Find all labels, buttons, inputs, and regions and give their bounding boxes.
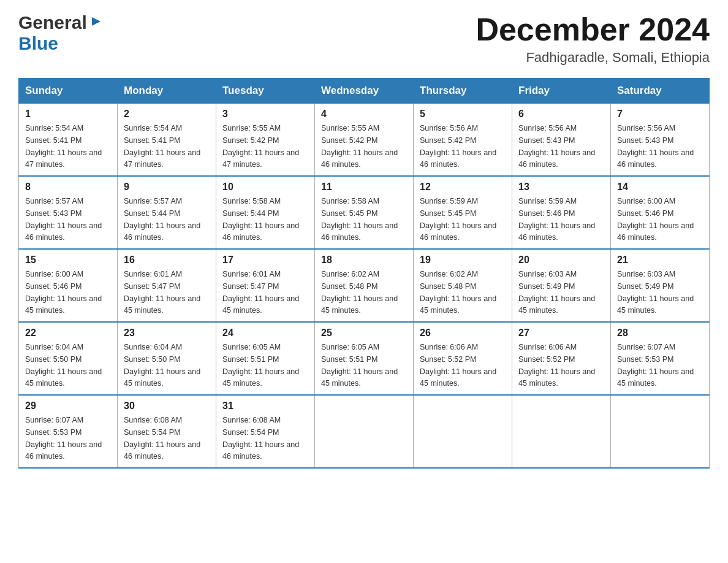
day-number: 23 — [124, 327, 210, 339]
day-number: 5 — [420, 109, 506, 120]
table-row: 5 Sunrise: 5:56 AMSunset: 5:42 PMDayligh… — [414, 104, 512, 177]
table-row: 11 Sunrise: 5:58 AMSunset: 5:45 PMDaylig… — [315, 176, 414, 249]
table-row: 31 Sunrise: 6:08 AMSunset: 5:54 PMDaylig… — [216, 395, 315, 468]
table-row — [414, 395, 512, 468]
day-number: 17 — [222, 255, 308, 266]
day-info: Sunrise: 6:07 AMSunset: 5:53 PMDaylight:… — [617, 343, 694, 388]
col-thursday: Thursday — [414, 79, 512, 104]
day-info: Sunrise: 6:02 AMSunset: 5:48 PMDaylight:… — [321, 270, 398, 315]
logo-arrow-icon — [88, 15, 102, 31]
table-row: 29 Sunrise: 6:07 AMSunset: 5:53 PMDaylig… — [19, 395, 118, 468]
table-row: 10 Sunrise: 5:58 AMSunset: 5:44 PMDaylig… — [216, 176, 315, 249]
table-row — [512, 395, 611, 468]
day-number: 11 — [321, 182, 407, 193]
table-row: 12 Sunrise: 5:59 AMSunset: 5:45 PMDaylig… — [414, 176, 512, 249]
day-info: Sunrise: 6:03 AMSunset: 5:49 PMDaylight:… — [617, 270, 694, 315]
day-info: Sunrise: 5:58 AMSunset: 5:44 PMDaylight:… — [222, 197, 299, 242]
table-row: 7 Sunrise: 5:56 AMSunset: 5:43 PMDayligh… — [611, 104, 710, 177]
day-number: 14 — [617, 182, 703, 193]
day-info: Sunrise: 5:57 AMSunset: 5:43 PMDaylight:… — [25, 197, 102, 242]
table-row: 24 Sunrise: 6:05 AMSunset: 5:51 PMDaylig… — [216, 322, 315, 395]
table-row: 6 Sunrise: 5:56 AMSunset: 5:43 PMDayligh… — [512, 104, 611, 177]
table-row: 20 Sunrise: 6:03 AMSunset: 5:49 PMDaylig… — [512, 249, 611, 322]
table-row: 13 Sunrise: 5:59 AMSunset: 5:46 PMDaylig… — [512, 176, 611, 249]
day-number: 9 — [124, 182, 210, 193]
col-wednesday: Wednesday — [315, 79, 414, 104]
logo-blue-text: Blue — [18, 33, 58, 54]
table-row: 16 Sunrise: 6:01 AMSunset: 5:47 PMDaylig… — [118, 249, 216, 322]
day-number: 24 — [222, 327, 308, 339]
table-row — [611, 395, 710, 468]
day-number: 3 — [222, 109, 308, 120]
day-number: 1 — [25, 109, 111, 120]
day-info: Sunrise: 5:54 AMSunset: 5:41 PMDaylight:… — [124, 124, 200, 169]
table-row: 19 Sunrise: 6:02 AMSunset: 5:48 PMDaylig… — [414, 249, 512, 322]
month-title: December 2024 — [476, 12, 710, 47]
day-number: 7 — [617, 109, 703, 120]
col-saturday: Saturday — [611, 79, 710, 104]
day-info: Sunrise: 6:02 AMSunset: 5:48 PMDaylight:… — [420, 270, 496, 315]
day-number: 22 — [25, 327, 111, 339]
table-row: 25 Sunrise: 6:05 AMSunset: 5:51 PMDaylig… — [315, 322, 414, 395]
table-row: 18 Sunrise: 6:02 AMSunset: 5:48 PMDaylig… — [315, 249, 414, 322]
day-info: Sunrise: 5:56 AMSunset: 5:43 PMDaylight:… — [617, 124, 694, 169]
day-info: Sunrise: 5:56 AMSunset: 5:42 PMDaylight:… — [420, 124, 496, 169]
table-row: 15 Sunrise: 6:00 AMSunset: 5:46 PMDaylig… — [19, 249, 118, 322]
table-row: 28 Sunrise: 6:07 AMSunset: 5:53 PMDaylig… — [611, 322, 710, 395]
day-number: 21 — [617, 255, 703, 266]
title-block: December 2024 Fadhigaradle, Somali, Ethi… — [476, 12, 710, 66]
day-number: 8 — [25, 182, 111, 193]
table-row: 17 Sunrise: 6:01 AMSunset: 5:47 PMDaylig… — [216, 249, 315, 322]
col-tuesday: Tuesday — [216, 79, 315, 104]
calendar-header-row: Sunday Monday Tuesday Wednesday Thursday… — [19, 79, 710, 104]
day-info: Sunrise: 5:54 AMSunset: 5:41 PMDaylight:… — [25, 124, 102, 169]
logo: General Blue — [18, 12, 102, 54]
svg-marker-0 — [92, 17, 100, 26]
day-info: Sunrise: 6:05 AMSunset: 5:51 PMDaylight:… — [222, 343, 299, 388]
day-info: Sunrise: 5:57 AMSunset: 5:44 PMDaylight:… — [124, 197, 200, 242]
col-sunday: Sunday — [19, 79, 118, 104]
table-row: 1 Sunrise: 5:54 AMSunset: 5:41 PMDayligh… — [19, 104, 118, 177]
page-header: General Blue December 2024 Fadhigaradle,… — [18, 12, 710, 66]
calendar-week-row: 29 Sunrise: 6:07 AMSunset: 5:53 PMDaylig… — [19, 395, 710, 468]
day-info: Sunrise: 6:01 AMSunset: 5:47 PMDaylight:… — [124, 270, 200, 315]
day-number: 4 — [321, 109, 407, 120]
table-row: 8 Sunrise: 5:57 AMSunset: 5:43 PMDayligh… — [19, 176, 118, 249]
day-info: Sunrise: 6:04 AMSunset: 5:50 PMDaylight:… — [124, 343, 200, 388]
day-number: 16 — [124, 255, 210, 266]
day-number: 29 — [25, 400, 111, 412]
day-number: 31 — [222, 400, 308, 412]
day-number: 19 — [420, 255, 506, 266]
day-info: Sunrise: 5:56 AMSunset: 5:43 PMDaylight:… — [518, 124, 595, 169]
day-info: Sunrise: 6:06 AMSunset: 5:52 PMDaylight:… — [420, 343, 496, 388]
day-info: Sunrise: 6:04 AMSunset: 5:50 PMDaylight:… — [25, 343, 102, 388]
table-row: 4 Sunrise: 5:55 AMSunset: 5:42 PMDayligh… — [315, 104, 414, 177]
calendar-week-row: 8 Sunrise: 5:57 AMSunset: 5:43 PMDayligh… — [19, 176, 710, 249]
table-row: 22 Sunrise: 6:04 AMSunset: 5:50 PMDaylig… — [19, 322, 118, 395]
col-friday: Friday — [512, 79, 611, 104]
calendar-table: Sunday Monday Tuesday Wednesday Thursday… — [18, 78, 710, 469]
day-info: Sunrise: 5:55 AMSunset: 5:42 PMDaylight:… — [321, 124, 398, 169]
table-row: 26 Sunrise: 6:06 AMSunset: 5:52 PMDaylig… — [414, 322, 512, 395]
col-monday: Monday — [118, 79, 216, 104]
day-info: Sunrise: 6:05 AMSunset: 5:51 PMDaylight:… — [321, 343, 398, 388]
day-number: 20 — [518, 255, 604, 266]
table-row: 23 Sunrise: 6:04 AMSunset: 5:50 PMDaylig… — [118, 322, 216, 395]
day-info: Sunrise: 5:59 AMSunset: 5:46 PMDaylight:… — [518, 197, 595, 242]
day-info: Sunrise: 6:08 AMSunset: 5:54 PMDaylight:… — [222, 416, 299, 461]
table-row: 9 Sunrise: 5:57 AMSunset: 5:44 PMDayligh… — [118, 176, 216, 249]
location-subtitle: Fadhigaradle, Somali, Ethiopia — [476, 50, 710, 66]
day-info: Sunrise: 5:55 AMSunset: 5:42 PMDaylight:… — [222, 124, 299, 169]
day-info: Sunrise: 6:08 AMSunset: 5:54 PMDaylight:… — [124, 416, 200, 461]
calendar-week-row: 15 Sunrise: 6:00 AMSunset: 5:46 PMDaylig… — [19, 249, 710, 322]
day-info: Sunrise: 6:07 AMSunset: 5:53 PMDaylight:… — [25, 416, 102, 461]
day-info: Sunrise: 6:03 AMSunset: 5:49 PMDaylight:… — [518, 270, 595, 315]
table-row: 14 Sunrise: 6:00 AMSunset: 5:46 PMDaylig… — [611, 176, 710, 249]
day-info: Sunrise: 5:59 AMSunset: 5:45 PMDaylight:… — [420, 197, 496, 242]
logo-general-text: General — [18, 12, 87, 33]
calendar-week-row: 1 Sunrise: 5:54 AMSunset: 5:41 PMDayligh… — [19, 104, 710, 177]
table-row: 30 Sunrise: 6:08 AMSunset: 5:54 PMDaylig… — [118, 395, 216, 468]
day-info: Sunrise: 6:00 AMSunset: 5:46 PMDaylight:… — [25, 270, 102, 315]
day-number: 2 — [124, 109, 210, 120]
day-info: Sunrise: 6:00 AMSunset: 5:46 PMDaylight:… — [617, 197, 694, 242]
